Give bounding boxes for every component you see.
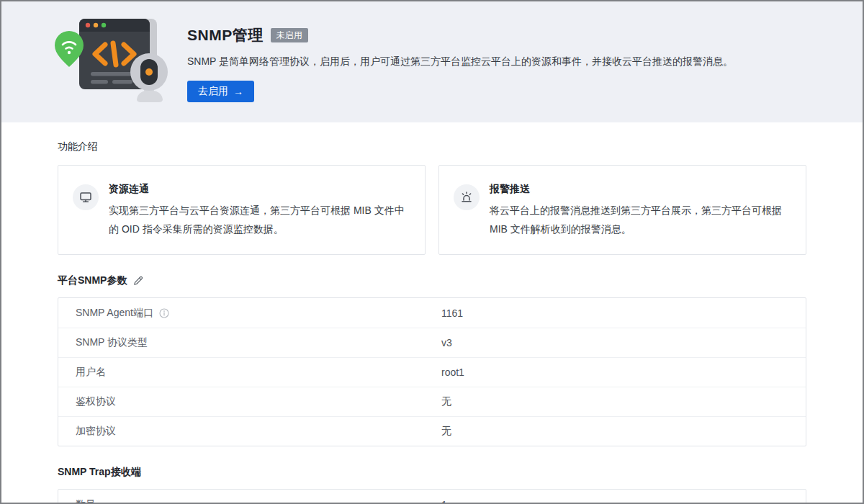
row-value: 无 — [441, 395, 451, 408]
page-title: SNMP管理 — [187, 25, 264, 45]
feature-card-alarm: 报警推送 将云平台上的报警消息推送到第三方平台展示，第三方平台可根据 MIB 文… — [438, 165, 806, 255]
feature-cards: 资源连通 实现第三方平台与云平台资源连通，第三方平台可根据 MIB 文件中的 O… — [58, 165, 806, 255]
status-badge: 未启用 — [271, 28, 308, 42]
page-description: SNMP 是简单网络管理协议，启用后，用户可通过第三方平台监控云平台上的资源和事… — [187, 55, 733, 68]
alarm-icon — [454, 184, 480, 210]
enable-button[interactable]: 去启用 → — [187, 81, 254, 102]
snmp-illustration-graphic — [45, 13, 171, 112]
trap-receiver-section-title: SNMP Trap接收端 — [58, 466, 141, 479]
enable-button-label: 去启用 — [198, 85, 228, 98]
table-row: SNMP 协议类型 v3 — [58, 328, 806, 357]
row-label: 用户名 — [76, 366, 106, 379]
hero-text-block: SNMP管理 未启用 SNMP 是简单网络管理协议，启用后，用户可通过第三方平台… — [187, 25, 733, 102]
feature-card-body: 报警推送 将云平台上的报警消息推送到第三方平台展示，第三方平台可根据 MIB 文… — [490, 183, 788, 238]
features-section-title: 功能介绍 — [58, 140, 806, 153]
snmp-params-table: SNMP Agent端口 1161 SNMP 协议类型 v3 用户名 — [58, 297, 806, 446]
row-value: 1 — [441, 499, 447, 504]
feature-card-title: 资源连通 — [109, 183, 408, 196]
table-row: 鉴权协议 无 — [58, 387, 806, 416]
row-value: v3 — [441, 337, 452, 348]
table-row: SNMP Agent端口 1161 — [58, 298, 806, 328]
row-value: 无 — [441, 425, 451, 438]
hero-header: SNMP管理 未启用 SNMP 是简单网络管理协议，启用后，用户可通过第三方平台… — [1, 1, 863, 122]
row-label: 鉴权协议 — [76, 395, 116, 408]
row-label: 加密协议 — [76, 425, 116, 438]
feature-card-description: 将云平台上的报警消息推送到第三方平台展示，第三方平台可根据 MIB 文件解析收到… — [490, 201, 788, 238]
snmp-management-page: SNMP管理 未启用 SNMP 是简单网络管理协议，启用后，用户可通过第三方平台… — [0, 0, 864, 504]
feature-card-description: 实现第三方平台与云平台资源连通，第三方平台可根据 MIB 文件中的 OID 指令… — [109, 201, 408, 238]
row-label: SNMP 协议类型 — [76, 336, 148, 349]
row-value: 1161 — [441, 307, 463, 319]
table-row: 数量 1 — [58, 490, 806, 504]
info-icon[interactable] — [159, 308, 169, 318]
monitor-icon — [73, 184, 99, 210]
row-label: SNMP Agent端口 — [76, 307, 153, 320]
table-row: 加密协议 无 — [58, 416, 806, 446]
feature-card-resource: 资源连通 实现第三方平台与云平台资源连通，第三方平台可根据 MIB 文件中的 O… — [58, 165, 426, 255]
feature-card-title: 报警推送 — [490, 183, 788, 196]
feature-card-body: 资源连通 实现第三方平台与云平台资源连通，第三方平台可根据 MIB 文件中的 O… — [109, 183, 408, 238]
arrow-right-icon: → — [233, 86, 243, 97]
page-content: 功能介绍 资源连通 实现第三方平台与云平台资源连通，第三方平台可根据 MIB 文… — [1, 140, 863, 504]
table-row: 用户名 root1 — [58, 357, 806, 387]
row-label: 数量 — [76, 498, 96, 504]
trap-receiver-section-header: SNMP Trap接收端 — [58, 466, 806, 479]
snmp-params-section-title: 平台SNMP参数 — [58, 274, 127, 287]
row-value: root1 — [441, 366, 464, 378]
snmp-illustration — [45, 13, 171, 112]
snmp-params-section-header: 平台SNMP参数 — [58, 274, 806, 287]
edit-icon[interactable] — [133, 276, 143, 286]
trap-receiver-table: 数量 1 — [58, 489, 806, 504]
